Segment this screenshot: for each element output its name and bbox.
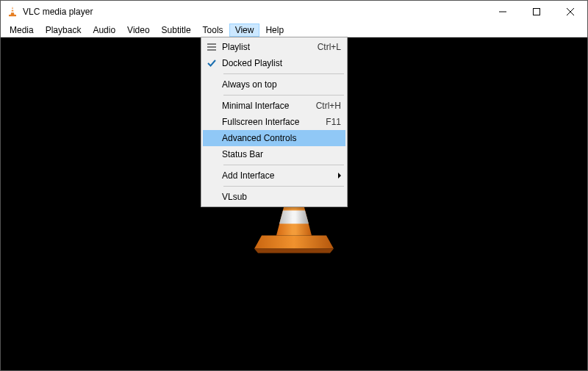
- check-icon: [203, 59, 220, 68]
- menu-view[interactable]: View: [229, 24, 260, 37]
- menu-separator: [223, 73, 344, 74]
- menu-item-label: Always on top: [220, 79, 341, 90]
- menu-item-fullscreen-interface[interactable]: Fullscreen Interface F11: [203, 114, 345, 130]
- menu-help[interactable]: Help: [259, 24, 290, 37]
- menu-video[interactable]: Video: [121, 24, 155, 37]
- svg-marker-9: [254, 248, 334, 253]
- chevron-right-icon: [338, 173, 341, 179]
- maximize-button[interactable]: [520, 1, 553, 23]
- app-cone-icon: [7, 6, 18, 18]
- menu-item-shortcut: F11: [320, 117, 341, 127]
- svg-marker-12: [279, 210, 309, 223]
- titlebar: VLC media player: [1, 1, 587, 23]
- menu-item-label: Docked Playlist: [220, 58, 341, 68]
- menu-item-add-interface[interactable]: Add Interface: [203, 168, 345, 184]
- menu-item-label: Add Interface: [220, 170, 341, 181]
- menu-item-always-on-top[interactable]: Always on top: [203, 76, 345, 93]
- menu-item-label: VLsub: [220, 192, 341, 202]
- menubar: Media Playback Audio Video Subtitle Tool…: [1, 23, 587, 37]
- svg-rect-2: [11, 11, 14, 12]
- menu-playback[interactable]: Playback: [40, 24, 87, 37]
- menu-item-label: Advanced Controls: [220, 133, 341, 143]
- menu-subtitle[interactable]: Subtitle: [156, 24, 197, 37]
- menu-item-shortcut: Ctrl+H: [310, 101, 341, 111]
- menu-item-advanced-controls[interactable]: Advanced Controls: [203, 130, 345, 146]
- playlist-icon: [203, 43, 220, 51]
- close-button[interactable]: [553, 1, 587, 23]
- menu-item-vlsub[interactable]: VLsub: [203, 189, 345, 205]
- svg-marker-0: [11, 7, 15, 15]
- menu-item-docked-playlist[interactable]: Docked Playlist: [203, 55, 345, 71]
- menu-item-shortcut: Ctrl+L: [312, 42, 341, 52]
- menu-item-label: Playlist: [220, 42, 312, 52]
- menu-item-minimal-interface[interactable]: Minimal Interface Ctrl+H: [203, 98, 345, 114]
- menu-item-label: Fullscreen Interface: [220, 117, 320, 127]
- menu-item-playlist[interactable]: Playlist Ctrl+L: [203, 39, 345, 55]
- menu-separator: [223, 95, 344, 96]
- menu-item-label: Status Bar: [220, 149, 341, 159]
- svg-rect-1: [11, 9, 13, 10]
- menu-item-label: Minimal Interface: [220, 101, 310, 111]
- window-title: VLC media player: [23, 7, 93, 17]
- menu-separator: [223, 186, 344, 187]
- svg-rect-3: [9, 15, 16, 16]
- view-dropdown: Playlist Ctrl+L Docked Playlist Always o…: [201, 37, 348, 207]
- menu-tools[interactable]: Tools: [197, 24, 229, 37]
- minimize-button[interactable]: [486, 1, 520, 23]
- menu-audio[interactable]: Audio: [87, 24, 121, 37]
- menu-item-status-bar[interactable]: Status Bar: [203, 146, 345, 162]
- svg-marker-8: [254, 235, 334, 248]
- menu-separator: [223, 165, 344, 165]
- svg-rect-5: [534, 9, 540, 15]
- menu-media[interactable]: Media: [4, 24, 40, 37]
